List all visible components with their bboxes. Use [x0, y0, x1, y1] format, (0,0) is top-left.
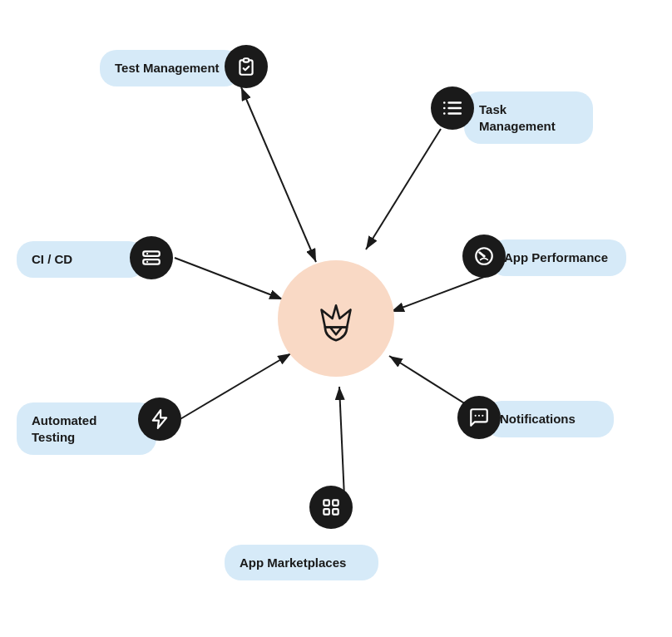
svg-point-15	[478, 415, 480, 417]
automated-testing-icon-circle	[138, 398, 181, 441]
svg-line-6	[179, 353, 291, 420]
task-management-card: Task Management	[464, 91, 593, 144]
app-marketplaces-card: App Marketplaces	[225, 545, 378, 581]
svg-rect-19	[333, 500, 338, 506]
app-performance-label: App Performance	[504, 249, 608, 266]
automated-testing-label: Automated Testing	[32, 412, 141, 445]
grid-icon	[320, 496, 342, 518]
list-icon	[442, 97, 463, 119]
cicd-card: CI / CD	[17, 241, 146, 278]
diagram-container: Test Management Task Management CI / CD …	[0, 0, 672, 637]
svg-line-4	[175, 258, 283, 299]
svg-point-12	[146, 261, 148, 263]
center-logo	[278, 260, 394, 377]
svg-point-14	[482, 254, 485, 257]
automated-testing-card: Automated Testing	[17, 402, 156, 455]
svg-point-17	[482, 415, 483, 417]
svg-rect-10	[143, 259, 160, 264]
app-performance-icon-circle	[462, 235, 506, 278]
task-management-label: Task Management	[479, 101, 578, 134]
svg-point-16	[475, 415, 477, 417]
notifications-label: Notifications	[500, 411, 576, 427]
notifications-card: Notifications	[485, 401, 614, 437]
task-management-icon-circle	[431, 86, 474, 130]
svg-rect-18	[324, 500, 329, 506]
app-marketplaces-icon-circle	[309, 486, 353, 529]
svg-point-11	[146, 253, 148, 254]
test-management-card: Test Management	[100, 50, 241, 86]
svg-rect-21	[333, 509, 338, 515]
bolt-icon	[149, 408, 170, 430]
crown-icon	[307, 289, 365, 348]
svg-rect-20	[324, 509, 329, 515]
cicd-icon-circle	[130, 236, 173, 279]
gauge-icon	[473, 245, 495, 267]
test-management-icon-circle	[225, 45, 268, 88]
cicd-label: CI / CD	[32, 251, 72, 268]
server-icon	[141, 247, 162, 269]
test-management-label: Test Management	[115, 60, 220, 77]
svg-line-5	[391, 274, 491, 312]
chat-bubble-icon	[468, 407, 490, 428]
svg-line-2	[241, 87, 316, 262]
svg-rect-9	[143, 251, 160, 255]
svg-line-3	[366, 129, 441, 249]
notifications-icon-circle	[457, 396, 501, 439]
app-marketplaces-label: App Marketplaces	[240, 555, 346, 571]
app-performance-card: App Performance	[489, 239, 626, 276]
clipboard-check-icon	[235, 56, 257, 77]
